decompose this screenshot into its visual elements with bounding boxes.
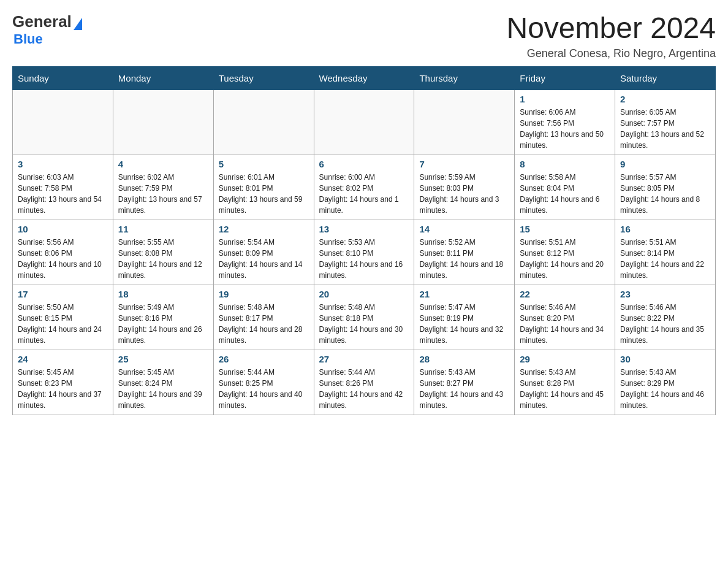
calendar-week-3: 10Sunrise: 5:56 AMSunset: 8:06 PMDayligh… — [13, 220, 716, 285]
calendar-cell: 7Sunrise: 5:59 AMSunset: 8:03 PMDaylight… — [414, 155, 515, 220]
calendar-cell — [113, 90, 213, 155]
calendar-header: SundayMondayTuesdayWednesdayThursdayFrid… — [13, 66, 716, 90]
calendar-cell: 4Sunrise: 6:02 AMSunset: 7:59 PMDaylight… — [113, 155, 213, 220]
day-info: Sunrise: 5:56 AMSunset: 8:06 PMDaylight:… — [18, 237, 108, 281]
calendar-week-4: 17Sunrise: 5:50 AMSunset: 8:15 PMDayligh… — [13, 285, 716, 350]
day-info: Sunrise: 5:46 AMSunset: 8:20 PMDaylight:… — [520, 302, 610, 346]
calendar-cell: 15Sunrise: 5:51 AMSunset: 8:12 PMDayligh… — [515, 220, 615, 285]
calendar-cell — [414, 90, 515, 155]
calendar-cell: 13Sunrise: 5:53 AMSunset: 8:10 PMDayligh… — [314, 220, 414, 285]
day-number: 22 — [520, 289, 610, 299]
calendar-cell: 28Sunrise: 5:43 AMSunset: 8:27 PMDayligh… — [414, 350, 515, 415]
day-number: 25 — [118, 354, 208, 364]
weekday-header-monday: Monday — [113, 66, 213, 90]
logo-arrow-icon — [74, 18, 82, 30]
day-number: 12 — [219, 224, 309, 234]
calendar-cell — [314, 90, 414, 155]
day-info: Sunrise: 6:02 AMSunset: 7:59 PMDaylight:… — [118, 172, 208, 216]
day-info: Sunrise: 5:48 AMSunset: 8:17 PMDaylight:… — [219, 302, 309, 346]
day-number: 11 — [118, 224, 208, 234]
day-info: Sunrise: 5:58 AMSunset: 8:04 PMDaylight:… — [520, 172, 610, 216]
day-number: 2 — [620, 94, 710, 104]
calendar-cell: 26Sunrise: 5:44 AMSunset: 8:25 PMDayligh… — [213, 350, 314, 415]
calendar-cell: 16Sunrise: 5:51 AMSunset: 8:14 PMDayligh… — [615, 220, 716, 285]
page-header: General Blue November 2024 General Cones… — [12, 12, 716, 60]
day-number: 23 — [620, 289, 710, 299]
day-number: 27 — [319, 354, 409, 364]
day-info: Sunrise: 5:45 AMSunset: 8:23 PMDaylight:… — [18, 367, 108, 411]
day-info: Sunrise: 5:51 AMSunset: 8:12 PMDaylight:… — [520, 237, 610, 281]
calendar-cell: 17Sunrise: 5:50 AMSunset: 8:15 PMDayligh… — [13, 285, 113, 350]
calendar-table: SundayMondayTuesdayWednesdayThursdayFrid… — [12, 66, 716, 415]
day-number: 1 — [520, 94, 610, 104]
calendar-body: 1Sunrise: 6:06 AMSunset: 7:56 PMDaylight… — [13, 90, 716, 415]
day-info: Sunrise: 5:49 AMSunset: 8:16 PMDaylight:… — [118, 302, 208, 346]
day-info: Sunrise: 5:53 AMSunset: 8:10 PMDaylight:… — [319, 237, 409, 281]
calendar-cell: 19Sunrise: 5:48 AMSunset: 8:17 PMDayligh… — [213, 285, 314, 350]
weekday-header-saturday: Saturday — [615, 66, 716, 90]
day-info: Sunrise: 5:45 AMSunset: 8:24 PMDaylight:… — [118, 367, 208, 411]
calendar-cell: 29Sunrise: 5:43 AMSunset: 8:28 PMDayligh… — [515, 350, 615, 415]
day-info: Sunrise: 5:48 AMSunset: 8:18 PMDaylight:… — [319, 302, 409, 346]
weekday-header-wednesday: Wednesday — [314, 66, 414, 90]
day-number: 13 — [319, 224, 409, 234]
logo-blue-text: Blue — [13, 31, 43, 47]
day-info: Sunrise: 5:44 AMSunset: 8:26 PMDaylight:… — [319, 367, 409, 411]
day-number: 14 — [419, 224, 509, 234]
calendar-cell: 27Sunrise: 5:44 AMSunset: 8:26 PMDayligh… — [314, 350, 414, 415]
day-info: Sunrise: 6:06 AMSunset: 7:56 PMDaylight:… — [520, 107, 610, 151]
day-info: Sunrise: 5:47 AMSunset: 8:19 PMDaylight:… — [419, 302, 509, 346]
calendar-cell: 24Sunrise: 5:45 AMSunset: 8:23 PMDayligh… — [13, 350, 113, 415]
calendar-cell: 20Sunrise: 5:48 AMSunset: 8:18 PMDayligh… — [314, 285, 414, 350]
day-number: 21 — [419, 289, 509, 299]
day-info: Sunrise: 5:55 AMSunset: 8:08 PMDaylight:… — [118, 237, 208, 281]
day-number: 6 — [319, 159, 409, 169]
day-info: Sunrise: 6:01 AMSunset: 8:01 PMDaylight:… — [219, 172, 309, 216]
weekday-header-row: SundayMondayTuesdayWednesdayThursdayFrid… — [13, 66, 716, 90]
day-number: 16 — [620, 224, 710, 234]
weekday-header-friday: Friday — [515, 66, 615, 90]
month-title: November 2024 — [506, 12, 716, 45]
day-number: 28 — [419, 354, 509, 364]
day-number: 24 — [18, 354, 108, 364]
day-info: Sunrise: 5:43 AMSunset: 8:28 PMDaylight:… — [520, 367, 610, 411]
calendar-cell: 30Sunrise: 5:43 AMSunset: 8:29 PMDayligh… — [615, 350, 716, 415]
day-number: 29 — [520, 354, 610, 364]
day-info: Sunrise: 5:43 AMSunset: 8:29 PMDaylight:… — [620, 367, 710, 411]
day-number: 26 — [219, 354, 309, 364]
weekday-header-sunday: Sunday — [13, 66, 113, 90]
day-info: Sunrise: 5:46 AMSunset: 8:22 PMDaylight:… — [620, 302, 710, 346]
logo-line1: General — [12, 12, 82, 31]
calendar-cell — [13, 90, 113, 155]
day-info: Sunrise: 5:44 AMSunset: 8:25 PMDaylight:… — [219, 367, 309, 411]
day-info: Sunrise: 6:03 AMSunset: 7:58 PMDaylight:… — [18, 172, 108, 216]
calendar-cell: 22Sunrise: 5:46 AMSunset: 8:20 PMDayligh… — [515, 285, 615, 350]
day-info: Sunrise: 5:43 AMSunset: 8:27 PMDaylight:… — [419, 367, 509, 411]
day-info: Sunrise: 5:59 AMSunset: 8:03 PMDaylight:… — [419, 172, 509, 216]
calendar-cell: 5Sunrise: 6:01 AMSunset: 8:01 PMDaylight… — [213, 155, 314, 220]
calendar-cell: 11Sunrise: 5:55 AMSunset: 8:08 PMDayligh… — [113, 220, 213, 285]
logo: General Blue — [12, 12, 82, 47]
day-info: Sunrise: 5:51 AMSunset: 8:14 PMDaylight:… — [620, 237, 710, 281]
day-number: 5 — [219, 159, 309, 169]
calendar-week-5: 24Sunrise: 5:45 AMSunset: 8:23 PMDayligh… — [13, 350, 716, 415]
day-number: 17 — [18, 289, 108, 299]
day-info: Sunrise: 5:52 AMSunset: 8:11 PMDaylight:… — [419, 237, 509, 281]
calendar-cell: 23Sunrise: 5:46 AMSunset: 8:22 PMDayligh… — [615, 285, 716, 350]
day-info: Sunrise: 6:05 AMSunset: 7:57 PMDaylight:… — [620, 107, 710, 151]
location-text: General Conesa, Rio Negro, Argentina — [506, 47, 716, 60]
calendar-cell: 2Sunrise: 6:05 AMSunset: 7:57 PMDaylight… — [615, 90, 716, 155]
day-number: 3 — [18, 159, 108, 169]
day-number: 30 — [620, 354, 710, 364]
day-number: 20 — [319, 289, 409, 299]
logo-general-text: General — [12, 12, 72, 31]
calendar-cell: 14Sunrise: 5:52 AMSunset: 8:11 PMDayligh… — [414, 220, 515, 285]
day-info: Sunrise: 5:54 AMSunset: 8:09 PMDaylight:… — [219, 237, 309, 281]
weekday-header-tuesday: Tuesday — [213, 66, 314, 90]
day-info: Sunrise: 6:00 AMSunset: 8:02 PMDaylight:… — [319, 172, 409, 216]
calendar-cell: 3Sunrise: 6:03 AMSunset: 7:58 PMDaylight… — [13, 155, 113, 220]
day-number: 19 — [219, 289, 309, 299]
day-number: 4 — [118, 159, 208, 169]
day-number: 15 — [520, 224, 610, 234]
calendar-cell: 8Sunrise: 5:58 AMSunset: 8:04 PMDaylight… — [515, 155, 615, 220]
